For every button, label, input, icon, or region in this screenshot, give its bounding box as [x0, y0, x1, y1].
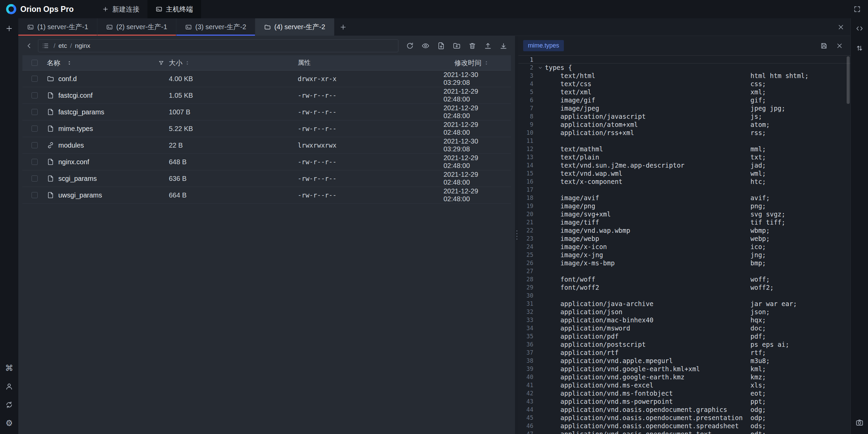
fullscreen-button[interactable]	[851, 3, 863, 15]
editor-file-tab[interactable]: mime.types	[523, 40, 564, 51]
row-checkbox[interactable]	[32, 175, 38, 182]
fold-gutter	[535, 259, 545, 267]
session-tab-1[interactable]: (1) server-生产-1	[18, 18, 97, 36]
row-checkbox[interactable]	[32, 126, 38, 132]
sort-lines-button[interactable]	[853, 42, 866, 54]
code-line: 13 text/plain txt;	[518, 153, 850, 161]
sidebar-settings-button[interactable]: ⚙	[3, 417, 15, 429]
row-checkbox[interactable]	[32, 109, 38, 115]
row-checkbox[interactable]	[32, 142, 38, 148]
row-checkbox-cell	[22, 159, 47, 165]
file-name-cell: conf.d	[47, 75, 169, 83]
file-name: fastcgi_params	[58, 108, 104, 116]
file-row[interactable]: fastcgi_params1007 B-rw-r--r--2021-12-29…	[22, 104, 511, 120]
save-file-button[interactable]	[818, 40, 830, 52]
line-number: 43	[518, 397, 535, 405]
code-line: 15 text/vnd.wap.wml wml;	[518, 169, 850, 177]
terminal-icon	[27, 24, 34, 31]
file-row[interactable]: mime.types5.22 KB-rw-r--r--2021-12-29 02…	[22, 120, 511, 137]
close-editor-button[interactable]	[833, 40, 846, 52]
session-tab-3[interactable]: (3) server-生产-2	[176, 18, 255, 36]
file-row[interactable]: conf.d4.00 KBdrwxr-xr-x2021-12-30 03:29:…	[22, 71, 511, 87]
column-header-mtime[interactable]: 修改时间	[443, 58, 511, 68]
new-tab-button[interactable]	[334, 18, 352, 36]
line-number: 11	[518, 137, 535, 145]
code-text: application/vnd.google-earth.kml+xml kml…	[545, 365, 766, 373]
tab-label: (2) server-生产-1	[116, 22, 167, 32]
file-name-cell: fastcgi_params	[47, 108, 169, 116]
fold-gutter	[535, 291, 545, 300]
topnav-label: 新建连接	[112, 5, 139, 14]
fold-gutter	[535, 414, 545, 422]
line-number: 4	[518, 80, 535, 88]
code-text: text/html html htm shtml;	[545, 72, 809, 80]
fold-toggle[interactable]	[535, 63, 545, 72]
file-row[interactable]: scgi_params636 B-rw-r--r--2021-12-29 02:…	[22, 170, 511, 187]
new-folder-button[interactable]	[451, 40, 462, 51]
code-line: 24 image/x-icon ico;	[518, 243, 850, 251]
row-checkbox[interactable]	[32, 192, 38, 198]
topnav-new-connection[interactable]: 新建连接	[94, 0, 147, 18]
sidebar-user-button[interactable]	[3, 380, 15, 393]
screenshot-button[interactable]	[853, 416, 866, 429]
sidebar-top	[3, 22, 15, 35]
folder-icon	[264, 24, 271, 31]
panel-splitter[interactable]	[515, 36, 518, 434]
row-checkbox[interactable]	[32, 92, 38, 98]
file-mtime-cell: 2021-12-29 02:48:00	[443, 171, 511, 186]
upload-button[interactable]	[482, 40, 493, 51]
code-line: 3 text/html html htm shtml;	[518, 72, 850, 80]
code-text: image/jpeg jpeg jpg;	[545, 104, 785, 112]
sidebar-add-button[interactable]	[3, 22, 15, 35]
select-all-checkbox[interactable]	[32, 60, 38, 66]
line-number: 31	[518, 300, 535, 308]
code-text: application/vnd.ms-fontobject eot;	[545, 389, 766, 397]
file-name: uwsgi_params	[58, 191, 102, 199]
download-button[interactable]	[498, 40, 509, 51]
file-row[interactable]: fastcgi.conf1.05 KB-rw-r--r--2021-12-29 …	[22, 87, 511, 104]
fold-gutter	[535, 357, 545, 365]
path-list-button[interactable]	[40, 41, 51, 51]
editor-toolbar-right	[818, 40, 846, 52]
code-line: 17	[518, 186, 850, 194]
file-row[interactable]: modules22 Blrwxrwxrwx2021-12-30 03:29:08	[22, 137, 511, 154]
code-text: image/gif gif;	[545, 96, 766, 104]
file-attr-cell: -rw-r--r--	[298, 125, 443, 132]
sidebar-sync-button[interactable]	[3, 399, 15, 411]
toggle-hidden-button[interactable]	[420, 40, 431, 51]
fold-gutter	[535, 283, 545, 291]
fold-gutter	[535, 308, 545, 316]
session-tab-4[interactable]: (4) server-生产-2	[255, 18, 334, 36]
file-row[interactable]: uwsgi_params664 B-rw-r--r--2021-12-29 02…	[22, 187, 511, 204]
breadcrumb-segment[interactable]: nginx	[75, 42, 90, 50]
code-line: 2types {	[518, 63, 850, 72]
back-button[interactable]	[23, 40, 35, 52]
command-icon: ⌘	[5, 364, 13, 372]
close-terminal-button[interactable]	[835, 21, 847, 33]
column-header-name[interactable]: 名称	[47, 58, 169, 68]
file-name-cell: nginx.conf	[47, 158, 169, 166]
topnav-host-terminal[interactable]: 主机终端	[147, 0, 201, 18]
code-text: text/xml xml;	[545, 88, 766, 96]
fold-gutter	[535, 153, 545, 161]
column-header-size[interactable]: 大小	[169, 58, 298, 68]
new-file-button[interactable]	[436, 40, 447, 51]
delete-button[interactable]	[467, 40, 478, 51]
file-table-header: 名称大小属性修改时间	[22, 55, 511, 71]
breadcrumb-segment[interactable]: etc	[58, 42, 67, 50]
column-header-attr[interactable]: 属性	[298, 58, 443, 67]
plus-icon	[339, 23, 347, 31]
sidebar-command-button[interactable]: ⌘	[3, 362, 15, 374]
line-number: 35	[518, 332, 535, 340]
code-view-button[interactable]	[853, 22, 866, 35]
editor-scrollbar-thumb[interactable]	[847, 56, 850, 104]
file-row[interactable]: nginx.conf648 B-rw-r--r--2021-12-29 02:4…	[22, 154, 511, 170]
refresh-button[interactable]	[405, 40, 415, 51]
code-text: text/x-component htc;	[545, 177, 766, 186]
code-text: image/webp webp;	[545, 234, 770, 243]
code-line: 14 text/vnd.sun.j2me.app-descriptor jad;	[518, 161, 850, 169]
row-checkbox[interactable]	[32, 159, 38, 165]
code-editor[interactable]: 12types {3 text/html html htm shtml;4 te…	[518, 55, 850, 434]
session-tab-2[interactable]: (2) server-生产-1	[97, 18, 176, 36]
row-checkbox[interactable]	[32, 76, 38, 82]
